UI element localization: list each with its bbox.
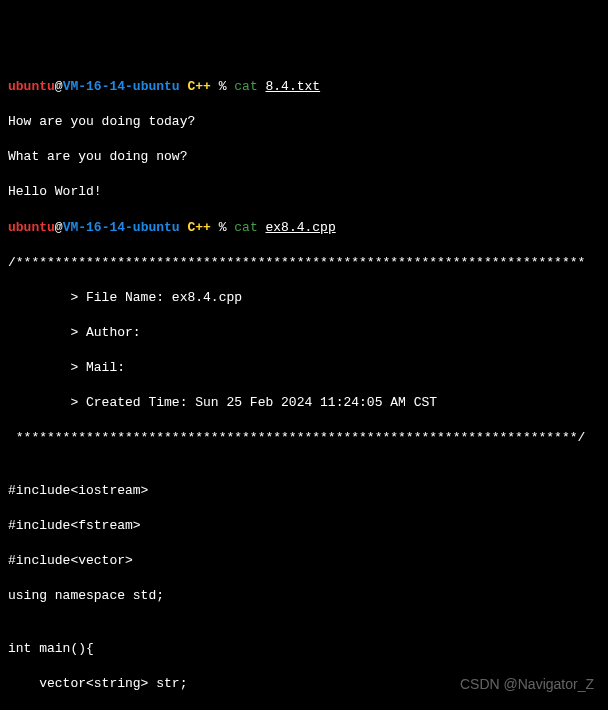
prompt-line-1: ubuntu@VM-16-14-ubuntu C++ % cat 8.4.txt [8,78,600,96]
watermark: CSDN @Navigator_Z [460,675,594,694]
prompt-at: @ [55,220,63,235]
source-line: using namespace std; [8,587,600,605]
output-line: How are you doing today? [8,113,600,131]
source-line: int main(){ [8,640,600,658]
prompt-user: ubuntu [8,79,55,94]
cmd-name: cat [234,220,257,235]
source-line: ****************************************… [8,429,600,447]
prompt-at: @ [55,79,63,94]
source-line: #include<vector> [8,552,600,570]
prompt-user: ubuntu [8,220,55,235]
source-line: > Created Time: Sun 25 Feb 2024 11:24:05… [8,394,600,412]
prompt-sep: % [211,220,234,235]
prompt-host: VM-16-14-ubuntu [63,79,180,94]
prompt-path: C++ [187,220,210,235]
output-line: Hello World! [8,183,600,201]
prompt-host: VM-16-14-ubuntu [63,220,180,235]
prompt-sep: % [211,79,234,94]
prompt-path: C++ [187,79,210,94]
source-line: > Author: [8,324,600,342]
source-line: > File Name: ex8.4.cpp [8,289,600,307]
source-line: > Mail: [8,359,600,377]
source-line: #include<fstream> [8,517,600,535]
output-line: What are you doing now? [8,148,600,166]
source-line: /***************************************… [8,254,600,272]
prompt-line-2: ubuntu@VM-16-14-ubuntu C++ % cat ex8.4.c… [8,219,600,237]
cmd-arg: ex8.4.cpp [266,220,336,235]
cmd-name: cat [234,79,257,94]
source-line: #include<iostream> [8,482,600,500]
cmd-arg: 8.4.txt [266,79,321,94]
